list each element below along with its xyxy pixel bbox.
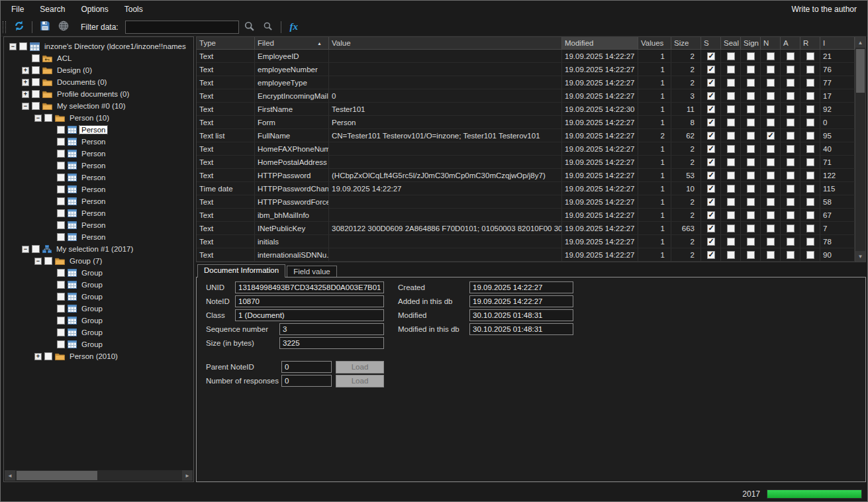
tree-checkbox[interactable]	[57, 221, 65, 229]
menu-tools[interactable]: Tools	[117, 1, 151, 18]
tree-item[interactable]: Person	[5, 195, 192, 207]
tree-expander-icon[interactable]: +	[34, 353, 42, 360]
save-button[interactable]	[37, 19, 53, 35]
table-row[interactable]: TextFormPerson19.09.2025 14:22:27180	[197, 116, 855, 129]
tree-item[interactable]: Group	[5, 315, 192, 326]
tree-expander-icon[interactable]: +	[22, 91, 29, 98]
table-row[interactable]: TextHomeFAXPhoneNum...19.09.2025 14:22:2…	[197, 142, 855, 156]
column-header-seal[interactable]: Seal	[721, 37, 741, 49]
tree-item[interactable]: Group	[5, 279, 192, 291]
tree-checkbox[interactable]	[57, 317, 65, 325]
write-to-author-link[interactable]: Write to the author	[792, 5, 868, 14]
table-row[interactable]: TextFirstNameTester10119.09.2025 14:22:3…	[197, 103, 855, 116]
tree-expander-icon[interactable]: +	[22, 67, 29, 74]
search-button[interactable]	[242, 19, 258, 35]
table-row[interactable]: TextemployeeNumber19.09.2025 14:22:27127…	[197, 63, 855, 76]
tree-item[interactable]: Person	[5, 207, 192, 219]
scroll-down-button[interactable]: ▼	[855, 251, 865, 262]
column-header-value[interactable]: Value	[329, 37, 562, 49]
tree-checkbox[interactable]	[32, 245, 40, 253]
tree-item[interactable]: +Person (2010)	[5, 350, 192, 362]
field-input-class[interactable]	[235, 309, 384, 321]
field-input-unid[interactable]	[235, 281, 384, 293]
tree-item[interactable]: −My selection #0 (10)	[5, 100, 192, 112]
tree-item[interactable]: Person	[5, 231, 192, 243]
table-row[interactable]: Text listFullNameCN=Tester101 Testerov10…	[197, 129, 855, 142]
scroll-thumb[interactable]	[17, 471, 97, 480]
filter-input[interactable]	[125, 21, 239, 34]
menu-file[interactable]: File	[3, 1, 32, 18]
menu-options[interactable]: Options	[73, 1, 116, 18]
column-header-filed[interactable]: Filed▲	[255, 37, 329, 49]
tree-item[interactable]: +Profile documents (0)	[5, 88, 192, 100]
tree-item[interactable]: Person	[5, 148, 192, 160]
column-header-i[interactable]: I	[820, 37, 855, 49]
column-header-n[interactable]: N	[761, 37, 781, 49]
tree-checkbox[interactable]	[19, 42, 27, 50]
tree-checkbox[interactable]	[57, 340, 65, 348]
field-input-sequence-number[interactable]	[279, 323, 384, 335]
field-input-modified[interactable]	[469, 309, 573, 321]
tree-checkbox[interactable]	[57, 150, 65, 158]
toolbar-grip[interactable]	[3, 21, 6, 33]
table-row[interactable]: TextinternationaliSDNNu...19.09.2025 14:…	[197, 248, 855, 262]
tree-checkbox[interactable]	[32, 102, 40, 110]
tree-checkbox[interactable]	[57, 185, 65, 193]
column-header-sign[interactable]: Sign	[741, 37, 761, 49]
search-secondary-button[interactable]	[260, 19, 276, 35]
globe-button[interactable]	[56, 19, 72, 35]
table-row[interactable]: Textinitials19.09.2025 14:22:271278	[197, 235, 855, 248]
column-header-size[interactable]: Size	[671, 37, 701, 49]
table-row[interactable]: TextHomePostalAddress19.09.2025 14:22:27…	[197, 156, 855, 169]
tree-expander-icon[interactable]: −	[9, 43, 17, 50]
scroll-track[interactable]	[855, 48, 865, 251]
menu-search[interactable]: Search	[32, 1, 73, 18]
column-header-values[interactable]: Values	[638, 37, 671, 49]
table-row[interactable]: TextEncryptIncomingMail019.09.2025 14:22…	[197, 89, 855, 103]
load-button-number-of-responses[interactable]: Load	[336, 375, 384, 387]
tree-item[interactable]: Group	[5, 267, 192, 279]
column-header-a[interactable]: A	[781, 37, 800, 49]
scroll-thumb[interactable]	[856, 49, 865, 93]
tree-item[interactable]: +Documents (0)	[5, 76, 192, 88]
tree-checkbox[interactable]	[57, 174, 65, 181]
tree-checkbox[interactable]	[57, 269, 65, 277]
tree-item[interactable]: −Group (7)	[5, 255, 192, 267]
tree-checkbox[interactable]	[57, 281, 65, 289]
table-row[interactable]: TextemployeeType19.09.2025 14:22:271277	[197, 76, 855, 89]
scroll-right-button[interactable]: ►	[182, 470, 193, 481]
field-input-created[interactable]	[469, 281, 573, 293]
tree-item[interactable]: Group	[5, 291, 192, 303]
tree-expander-icon[interactable]: +	[22, 79, 29, 86]
load-button-parent-noteid[interactable]: Load	[336, 361, 384, 374]
tree-horizontal-scrollbar[interactable]: ◄ ►	[5, 470, 193, 481]
scroll-left-button[interactable]: ◄	[5, 470, 15, 481]
field-input-size-in-bytes[interactable]	[279, 337, 384, 349]
tree-checkbox[interactable]	[57, 162, 65, 170]
tree-checkbox[interactable]	[32, 90, 40, 98]
tree-checkbox[interactable]	[57, 209, 65, 217]
scroll-up-button[interactable]: ▲	[855, 37, 865, 48]
tree-expander-icon[interactable]: −	[22, 103, 29, 110]
tree-item[interactable]: +Design (0)	[5, 64, 192, 76]
tree-checkbox[interactable]	[44, 257, 52, 265]
formula-button[interactable]: fx	[286, 19, 302, 35]
tree-checkbox[interactable]	[32, 66, 40, 74]
tree-item[interactable]: −Person (10)	[5, 112, 192, 124]
tree-item[interactable]: ACL	[5, 52, 192, 64]
tree-item[interactable]: −My selection #1 (2017)	[5, 243, 192, 255]
table-row[interactable]: TextINetPublicKey30820122 300D0609 2A864…	[197, 222, 855, 235]
tree-checkbox[interactable]	[57, 126, 65, 134]
column-header-modified[interactable]: Modified	[562, 37, 638, 49]
tree-expander-icon[interactable]: −	[34, 258, 42, 265]
column-header-s[interactable]: S	[701, 37, 721, 49]
tree-item[interactable]: Group	[5, 303, 192, 315]
tree-checkbox[interactable]	[32, 54, 40, 62]
tree-checkbox[interactable]	[57, 328, 65, 336]
table-row[interactable]: Time dateHTTPPasswordChan...19.09.2025 1…	[197, 182, 855, 195]
tree-checkbox[interactable]	[44, 352, 52, 360]
table-row[interactable]: TextHTTPPassword(HCbpZxOlCqLft4G5rc5l/zJ…	[197, 169, 855, 182]
tree-checkbox[interactable]	[32, 78, 40, 86]
tree-item[interactable]: Group	[5, 326, 192, 338]
tree-item[interactable]: Person	[5, 136, 192, 148]
